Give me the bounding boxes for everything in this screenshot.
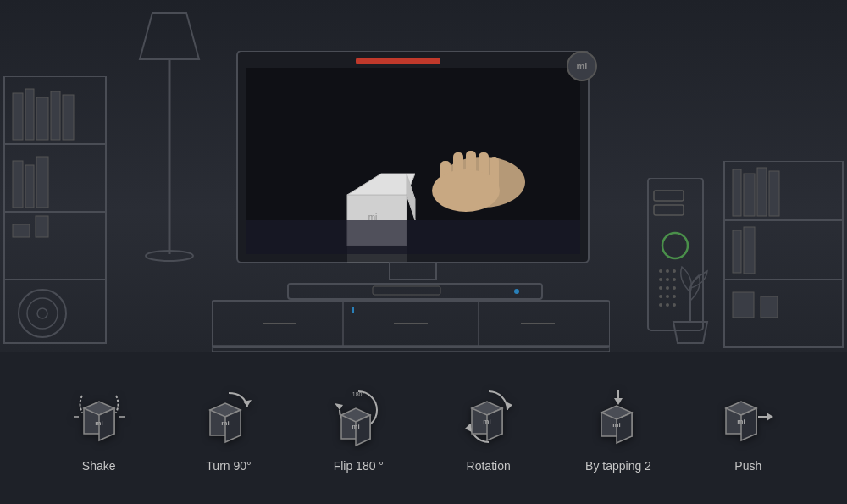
floor-lamp bbox=[131, 8, 208, 263]
svg-marker-17 bbox=[140, 13, 199, 59]
svg-rect-48 bbox=[352, 307, 354, 313]
action-flip180: 180° mi Flip 180 ° bbox=[307, 383, 409, 473]
svg-rect-7 bbox=[51, 91, 60, 140]
action-tapping: mi By tapping 2 bbox=[567, 383, 669, 473]
room-scene: mi bbox=[0, 0, 847, 352]
svg-marker-108 bbox=[767, 413, 773, 421]
svg-text:mi: mi bbox=[221, 419, 229, 427]
actions-bar: mi Shake mi Turn 90° bbox=[0, 352, 847, 504]
plant bbox=[665, 246, 716, 347]
push-label: Push bbox=[734, 459, 761, 473]
svg-rect-50 bbox=[654, 191, 684, 201]
shake-label: Shake bbox=[82, 459, 116, 473]
svg-rect-74 bbox=[757, 168, 767, 216]
svg-point-62 bbox=[659, 295, 662, 298]
rotation-label: Rotation bbox=[467, 459, 511, 473]
svg-marker-89 bbox=[335, 403, 343, 410]
svg-point-12 bbox=[19, 290, 66, 337]
svg-rect-75 bbox=[769, 171, 779, 216]
svg-point-53 bbox=[659, 269, 662, 273]
svg-rect-21 bbox=[356, 58, 440, 64]
flip180-icon: 180° mi bbox=[324, 383, 392, 451]
svg-rect-79 bbox=[761, 296, 778, 318]
svg-rect-5 bbox=[25, 89, 34, 140]
svg-point-59 bbox=[659, 286, 662, 290]
action-shake: mi Shake bbox=[48, 383, 150, 473]
svg-rect-15 bbox=[13, 224, 30, 237]
mi-badge: mi bbox=[567, 51, 597, 81]
svg-rect-37 bbox=[390, 263, 436, 280]
shake-icon: mi bbox=[65, 383, 133, 451]
svg-rect-16 bbox=[36, 216, 48, 237]
svg-rect-6 bbox=[36, 97, 48, 140]
bookshelf-left bbox=[0, 76, 110, 347]
svg-rect-4 bbox=[13, 93, 23, 140]
push-icon: mi bbox=[714, 383, 782, 451]
turn90-icon: mi bbox=[195, 383, 263, 451]
svg-point-35 bbox=[432, 169, 500, 212]
action-push: mi Push bbox=[697, 383, 799, 473]
svg-point-13 bbox=[27, 298, 58, 329]
bookshelf-right bbox=[720, 161, 847, 352]
svg-rect-10 bbox=[25, 165, 34, 208]
svg-text:mi: mi bbox=[612, 421, 620, 429]
svg-rect-11 bbox=[36, 157, 48, 208]
svg-rect-69 bbox=[724, 161, 843, 347]
svg-rect-9 bbox=[13, 161, 23, 208]
svg-rect-39 bbox=[373, 286, 440, 295]
svg-rect-51 bbox=[654, 205, 684, 215]
tapping-icon: mi bbox=[584, 383, 652, 451]
action-rotation: mi Rotation bbox=[438, 383, 540, 473]
rotation-icon: mi bbox=[455, 383, 523, 451]
svg-text:mi: mi bbox=[95, 419, 102, 427]
svg-rect-78 bbox=[733, 292, 754, 318]
turn90-label: Turn 90° bbox=[206, 459, 251, 473]
svg-rect-77 bbox=[744, 227, 755, 274]
svg-rect-76 bbox=[733, 230, 741, 273]
svg-marker-102 bbox=[614, 398, 623, 405]
svg-point-40 bbox=[514, 289, 519, 294]
svg-text:mi: mi bbox=[483, 418, 490, 425]
svg-text:mi: mi bbox=[352, 423, 360, 430]
svg-rect-72 bbox=[733, 169, 741, 216]
svg-point-56 bbox=[659, 278, 662, 281]
svg-text:180°: 180° bbox=[352, 391, 365, 397]
svg-rect-36 bbox=[246, 220, 580, 254]
svg-rect-73 bbox=[744, 174, 755, 216]
tapping-label: By tapping 2 bbox=[585, 459, 651, 473]
svg-point-14 bbox=[37, 308, 47, 318]
tv-area: mi bbox=[212, 51, 610, 352]
svg-rect-8 bbox=[63, 95, 74, 140]
action-turn90: mi Turn 90° bbox=[178, 383, 280, 473]
svg-text:mi: mi bbox=[738, 418, 745, 425]
flip180-label: Flip 180 ° bbox=[334, 459, 384, 473]
svg-point-65 bbox=[659, 303, 662, 307]
